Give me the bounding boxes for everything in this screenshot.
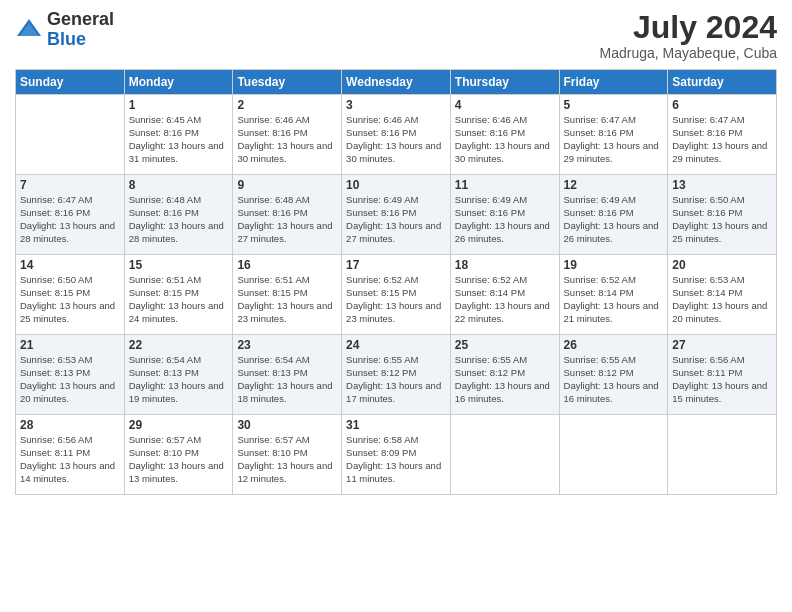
- table-row: 7Sunrise: 6:47 AM Sunset: 8:16 PM Daylig…: [16, 175, 125, 255]
- table-row: 14Sunrise: 6:50 AM Sunset: 8:15 PM Dayli…: [16, 255, 125, 335]
- day-number: 8: [129, 178, 229, 192]
- day-info: Sunrise: 6:52 AM Sunset: 8:15 PM Dayligh…: [346, 274, 446, 325]
- calendar-week-row: 21Sunrise: 6:53 AM Sunset: 8:13 PM Dayli…: [16, 335, 777, 415]
- day-number: 17: [346, 258, 446, 272]
- table-row: 19Sunrise: 6:52 AM Sunset: 8:14 PM Dayli…: [559, 255, 668, 335]
- day-info: Sunrise: 6:46 AM Sunset: 8:16 PM Dayligh…: [237, 114, 337, 165]
- day-number: 15: [129, 258, 229, 272]
- table-row: 11Sunrise: 6:49 AM Sunset: 8:16 PM Dayli…: [450, 175, 559, 255]
- day-info: Sunrise: 6:46 AM Sunset: 8:16 PM Dayligh…: [455, 114, 555, 165]
- table-row: 22Sunrise: 6:54 AM Sunset: 8:13 PM Dayli…: [124, 335, 233, 415]
- col-saturday: Saturday: [668, 70, 777, 95]
- logo-icon: [15, 16, 43, 44]
- calendar-table: Sunday Monday Tuesday Wednesday Thursday…: [15, 69, 777, 495]
- day-info: Sunrise: 6:51 AM Sunset: 8:15 PM Dayligh…: [129, 274, 229, 325]
- day-number: 12: [564, 178, 664, 192]
- day-number: 27: [672, 338, 772, 352]
- table-row: 20Sunrise: 6:53 AM Sunset: 8:14 PM Dayli…: [668, 255, 777, 335]
- col-thursday: Thursday: [450, 70, 559, 95]
- day-number: 11: [455, 178, 555, 192]
- table-row: 21Sunrise: 6:53 AM Sunset: 8:13 PM Dayli…: [16, 335, 125, 415]
- logo: General Blue: [15, 10, 114, 50]
- day-info: Sunrise: 6:58 AM Sunset: 8:09 PM Dayligh…: [346, 434, 446, 485]
- calendar-week-row: 28Sunrise: 6:56 AM Sunset: 8:11 PM Dayli…: [16, 415, 777, 495]
- day-info: Sunrise: 6:56 AM Sunset: 8:11 PM Dayligh…: [20, 434, 120, 485]
- day-info: Sunrise: 6:53 AM Sunset: 8:14 PM Dayligh…: [672, 274, 772, 325]
- day-info: Sunrise: 6:52 AM Sunset: 8:14 PM Dayligh…: [455, 274, 555, 325]
- table-row: [668, 415, 777, 495]
- day-number: 24: [346, 338, 446, 352]
- col-friday: Friday: [559, 70, 668, 95]
- col-sunday: Sunday: [16, 70, 125, 95]
- month-title: July 2024: [600, 10, 777, 45]
- day-number: 16: [237, 258, 337, 272]
- location-title: Madruga, Mayabeque, Cuba: [600, 45, 777, 61]
- day-info: Sunrise: 6:49 AM Sunset: 8:16 PM Dayligh…: [346, 194, 446, 245]
- day-info: Sunrise: 6:56 AM Sunset: 8:11 PM Dayligh…: [672, 354, 772, 405]
- day-info: Sunrise: 6:55 AM Sunset: 8:12 PM Dayligh…: [346, 354, 446, 405]
- day-number: 19: [564, 258, 664, 272]
- day-number: 29: [129, 418, 229, 432]
- day-number: 20: [672, 258, 772, 272]
- day-info: Sunrise: 6:50 AM Sunset: 8:15 PM Dayligh…: [20, 274, 120, 325]
- day-info: Sunrise: 6:47 AM Sunset: 8:16 PM Dayligh…: [564, 114, 664, 165]
- table-row: 31Sunrise: 6:58 AM Sunset: 8:09 PM Dayli…: [342, 415, 451, 495]
- day-info: Sunrise: 6:50 AM Sunset: 8:16 PM Dayligh…: [672, 194, 772, 245]
- day-info: Sunrise: 6:47 AM Sunset: 8:16 PM Dayligh…: [672, 114, 772, 165]
- day-number: 14: [20, 258, 120, 272]
- day-number: 3: [346, 98, 446, 112]
- table-row: 2Sunrise: 6:46 AM Sunset: 8:16 PM Daylig…: [233, 95, 342, 175]
- table-row: 17Sunrise: 6:52 AM Sunset: 8:15 PM Dayli…: [342, 255, 451, 335]
- day-info: Sunrise: 6:45 AM Sunset: 8:16 PM Dayligh…: [129, 114, 229, 165]
- day-number: 28: [20, 418, 120, 432]
- day-info: Sunrise: 6:57 AM Sunset: 8:10 PM Dayligh…: [129, 434, 229, 485]
- table-row: 13Sunrise: 6:50 AM Sunset: 8:16 PM Dayli…: [668, 175, 777, 255]
- table-row: 30Sunrise: 6:57 AM Sunset: 8:10 PM Dayli…: [233, 415, 342, 495]
- logo-general-text: General: [47, 10, 114, 30]
- table-row: [450, 415, 559, 495]
- day-info: Sunrise: 6:54 AM Sunset: 8:13 PM Dayligh…: [129, 354, 229, 405]
- day-number: 4: [455, 98, 555, 112]
- table-row: 26Sunrise: 6:55 AM Sunset: 8:12 PM Dayli…: [559, 335, 668, 415]
- table-row: 3Sunrise: 6:46 AM Sunset: 8:16 PM Daylig…: [342, 95, 451, 175]
- day-number: 25: [455, 338, 555, 352]
- logo-blue-text: Blue: [47, 30, 114, 50]
- logo-text: General Blue: [47, 10, 114, 50]
- table-row: [16, 95, 125, 175]
- day-info: Sunrise: 6:51 AM Sunset: 8:15 PM Dayligh…: [237, 274, 337, 325]
- day-number: 31: [346, 418, 446, 432]
- table-row: 25Sunrise: 6:55 AM Sunset: 8:12 PM Dayli…: [450, 335, 559, 415]
- table-row: 29Sunrise: 6:57 AM Sunset: 8:10 PM Dayli…: [124, 415, 233, 495]
- table-row: 10Sunrise: 6:49 AM Sunset: 8:16 PM Dayli…: [342, 175, 451, 255]
- calendar-week-row: 7Sunrise: 6:47 AM Sunset: 8:16 PM Daylig…: [16, 175, 777, 255]
- day-number: 9: [237, 178, 337, 192]
- table-row: 16Sunrise: 6:51 AM Sunset: 8:15 PM Dayli…: [233, 255, 342, 335]
- day-info: Sunrise: 6:48 AM Sunset: 8:16 PM Dayligh…: [237, 194, 337, 245]
- day-number: 2: [237, 98, 337, 112]
- table-row: 24Sunrise: 6:55 AM Sunset: 8:12 PM Dayli…: [342, 335, 451, 415]
- table-row: [559, 415, 668, 495]
- col-wednesday: Wednesday: [342, 70, 451, 95]
- table-row: 18Sunrise: 6:52 AM Sunset: 8:14 PM Dayli…: [450, 255, 559, 335]
- day-info: Sunrise: 6:49 AM Sunset: 8:16 PM Dayligh…: [564, 194, 664, 245]
- day-info: Sunrise: 6:52 AM Sunset: 8:14 PM Dayligh…: [564, 274, 664, 325]
- table-row: 1Sunrise: 6:45 AM Sunset: 8:16 PM Daylig…: [124, 95, 233, 175]
- header-row: Sunday Monday Tuesday Wednesday Thursday…: [16, 70, 777, 95]
- day-info: Sunrise: 6:57 AM Sunset: 8:10 PM Dayligh…: [237, 434, 337, 485]
- day-info: Sunrise: 6:55 AM Sunset: 8:12 PM Dayligh…: [564, 354, 664, 405]
- table-row: 5Sunrise: 6:47 AM Sunset: 8:16 PM Daylig…: [559, 95, 668, 175]
- day-number: 10: [346, 178, 446, 192]
- day-info: Sunrise: 6:48 AM Sunset: 8:16 PM Dayligh…: [129, 194, 229, 245]
- day-info: Sunrise: 6:53 AM Sunset: 8:13 PM Dayligh…: [20, 354, 120, 405]
- header: General Blue July 2024 Madruga, Mayabequ…: [15, 10, 777, 61]
- day-number: 5: [564, 98, 664, 112]
- table-row: 23Sunrise: 6:54 AM Sunset: 8:13 PM Dayli…: [233, 335, 342, 415]
- table-row: 8Sunrise: 6:48 AM Sunset: 8:16 PM Daylig…: [124, 175, 233, 255]
- title-block: July 2024 Madruga, Mayabeque, Cuba: [600, 10, 777, 61]
- table-row: 12Sunrise: 6:49 AM Sunset: 8:16 PM Dayli…: [559, 175, 668, 255]
- table-row: 15Sunrise: 6:51 AM Sunset: 8:15 PM Dayli…: [124, 255, 233, 335]
- day-number: 7: [20, 178, 120, 192]
- table-row: 27Sunrise: 6:56 AM Sunset: 8:11 PM Dayli…: [668, 335, 777, 415]
- calendar-week-row: 14Sunrise: 6:50 AM Sunset: 8:15 PM Dayli…: [16, 255, 777, 335]
- day-number: 18: [455, 258, 555, 272]
